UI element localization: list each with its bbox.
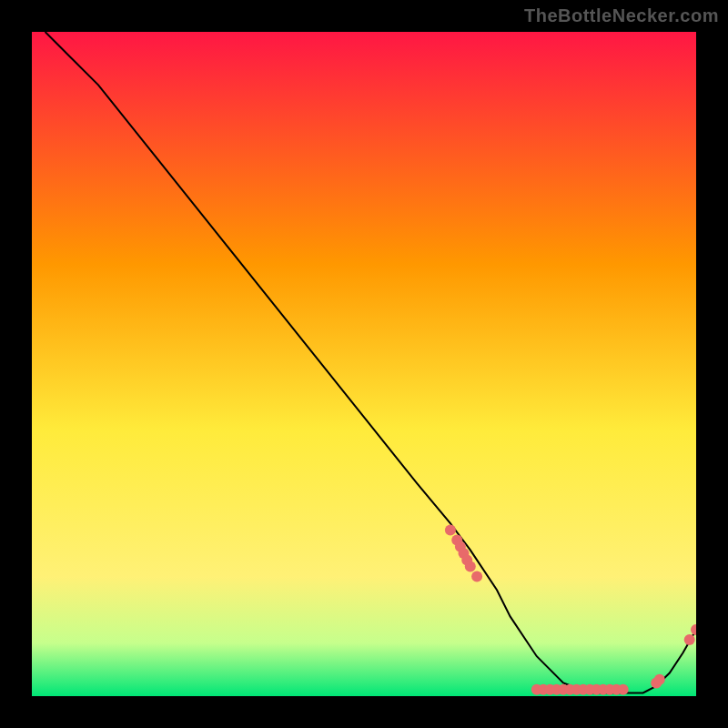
data-point	[618, 684, 629, 695]
gradient-background	[32, 32, 696, 696]
attribution-text: TheBottleNecker.com	[524, 5, 719, 26]
chart-svg	[32, 32, 696, 696]
chart-plot-area	[32, 32, 696, 696]
data-point	[465, 561, 476, 572]
data-point	[654, 674, 665, 685]
data-point	[445, 525, 456, 536]
data-point	[684, 634, 695, 645]
chart-frame: TheBottleNecker.com	[0, 0, 728, 728]
data-point	[471, 571, 482, 582]
